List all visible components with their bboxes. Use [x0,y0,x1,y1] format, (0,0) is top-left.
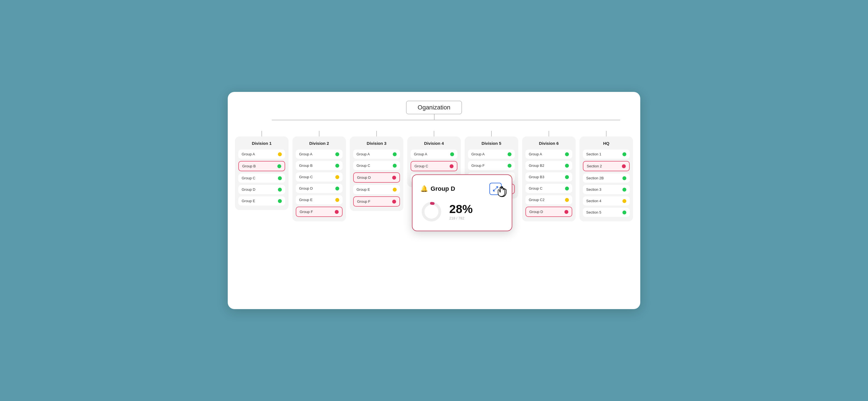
col-wrapper-div6: Division 6Group AGroup B2Group B3Group C… [522,131,576,222]
group-label: Group F [357,199,370,204]
status-dot-green [278,188,282,192]
org-title: Oganization [406,101,462,114]
group-label: Group B3 [529,175,545,179]
group-item[interactable]: Group A [525,149,572,159]
group-label: Group D [299,186,313,191]
division-title: HQ [583,141,630,146]
group-label: Group C2 [529,198,545,202]
svg-line-1 [493,189,495,191]
group-item[interactable]: Group A [468,149,515,159]
division-title: Division 3 [353,141,400,146]
group-label: Group F [300,210,313,214]
group-item[interactable]: Group A [296,149,343,159]
status-dot-red [335,210,339,214]
group-item[interactable]: Section 2B [583,173,630,183]
group-label: Group B [299,163,312,168]
status-dot-green [622,152,626,156]
status-dot-green [507,152,512,156]
popup-card: 🔔 Group D [412,174,512,231]
group-item[interactable]: Group F [296,207,343,217]
status-dot-red [392,200,396,204]
status-dot-red [622,164,626,168]
group-item[interactable]: Group D [353,172,400,183]
group-label: Group A [529,152,542,156]
status-dot-green [278,176,282,180]
division-card-hq: HQSection 1Section 2Section 2BSection 3S… [580,136,633,222]
group-label: Section 4 [586,199,601,203]
group-item[interactable]: Group D [238,185,285,194]
group-item[interactable]: Group B [238,161,285,171]
col-top-line [606,131,607,136]
group-label: Group E [242,199,255,203]
group-label: Group C [242,176,255,180]
group-label: Group A [356,152,370,156]
status-dot-yellow [622,199,626,203]
group-label: Group D [529,210,543,214]
group-item[interactable]: Section 4 [583,196,630,205]
percent-value: 28% [449,203,473,215]
group-item[interactable]: Group B2 [525,161,572,170]
group-label: Group A [299,152,312,156]
group-item[interactable]: Group C2 [525,195,572,204]
group-label: Group C [414,164,428,168]
cursor-icon [496,186,507,200]
status-dot-red [450,164,454,168]
group-item[interactable]: Group B3 [525,172,572,181]
group-item[interactable]: Group C [296,172,343,181]
group-label: Group D [242,188,255,192]
group-item[interactable]: Group C [525,184,572,193]
col-top-line [261,131,262,136]
group-label: Group D [357,175,371,179]
status-dot-yellow [393,188,397,192]
status-dot-green [622,176,626,180]
status-dot-green [622,188,626,192]
bell-icon: 🔔 [420,185,428,193]
status-dot-green [277,164,281,168]
col-top-line [434,131,434,136]
group-item[interactable]: Section 5 [583,208,630,217]
col-top-line [549,131,549,136]
group-item[interactable]: Group C [411,161,457,171]
status-dot-green [335,164,339,168]
donut-chart [420,201,443,223]
col-top-line [319,131,319,136]
group-item[interactable]: Group E [296,195,343,204]
group-item[interactable]: Group D [525,207,572,217]
group-item[interactable]: Group A [238,149,285,159]
group-label: Group A [471,152,485,156]
group-label: Group E [356,188,370,192]
division-title: Division 5 [468,141,515,146]
group-item[interactable]: Group A [411,149,457,159]
group-item[interactable]: Group D [296,184,343,193]
group-item[interactable]: Group F [468,161,515,170]
group-label: Section 3 [586,188,601,192]
col-wrapper-div2: Division 2Group AGroup BGroup CGroup DGr… [292,131,346,222]
popup-header: 🔔 Group D [420,183,502,195]
status-dot-green [565,175,569,179]
group-item[interactable]: Section 1 [583,149,630,159]
status-dot-green [393,164,397,168]
group-item[interactable]: Group B [296,161,343,170]
popup-body: 28% 218 / 782 [420,201,502,223]
col-wrapper-hq: HQSection 1Section 2Section 2BSection 3S… [580,131,633,222]
col-wrapper-div1: Division 1Group AGroup BGroup CGroup DGr… [235,131,288,222]
status-dot-green [278,199,282,203]
group-item[interactable]: Group E [353,185,400,194]
group-label: Group B2 [529,163,545,168]
group-item[interactable]: Section 2 [583,161,630,171]
status-dot-yellow [278,152,282,156]
group-label: Group C [299,175,313,179]
group-label: Group A [414,152,427,156]
group-item[interactable]: Section 3 [583,185,630,194]
group-item[interactable]: Group C [238,173,285,183]
status-dot-yellow [565,198,569,202]
group-item[interactable]: Group A [353,149,400,159]
group-item[interactable]: Group C [353,161,400,170]
group-label: Section 2B [586,176,604,180]
group-item[interactable]: Group E [238,196,285,205]
status-dot-green [335,187,339,191]
popup-group-name: Group D [431,185,455,193]
division-title: Division 2 [296,141,343,146]
group-item[interactable]: Group F [353,196,400,207]
division-card-div1: Division 1Group AGroup BGroup CGroup DGr… [235,136,288,210]
